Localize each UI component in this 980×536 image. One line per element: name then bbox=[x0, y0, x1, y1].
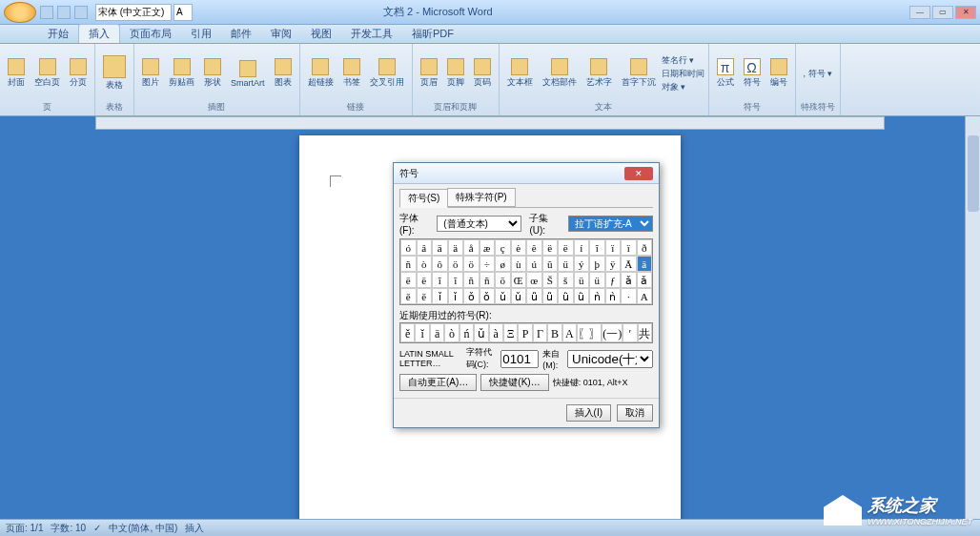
recent-symbol-cell[interactable]: ǔ bbox=[474, 323, 488, 342]
insert-button[interactable]: 插入(I) bbox=[566, 404, 611, 422]
tab-references[interactable]: 引用 bbox=[181, 25, 221, 43]
save-icon[interactable] bbox=[40, 6, 53, 19]
symbol-cell[interactable]: ü bbox=[589, 272, 605, 288]
dialog-tab-special-chars[interactable]: 特殊字符(P) bbox=[447, 188, 515, 207]
footer-button[interactable]: 页脚 bbox=[443, 56, 468, 91]
chart-button[interactable]: 图表 bbox=[271, 56, 296, 91]
symbol-cell[interactable]: ĩ bbox=[432, 272, 448, 288]
symbol-cell[interactable]: ø bbox=[495, 256, 511, 272]
clipart-button[interactable]: 剪贴画 bbox=[165, 56, 198, 91]
symbol-cell[interactable]: ĩ bbox=[448, 272, 464, 288]
symbol-cell[interactable]: ē bbox=[400, 272, 417, 288]
recent-symbol-cell[interactable]: ě bbox=[400, 323, 415, 342]
symbol-cell[interactable]: ñ bbox=[480, 272, 496, 288]
symbol-cell[interactable]: í bbox=[574, 239, 590, 256]
symbol-cell[interactable]: ě bbox=[400, 288, 417, 304]
symbol-cell[interactable]: ǚ bbox=[526, 288, 542, 304]
minimize-button[interactable]: — bbox=[909, 6, 930, 19]
symbol-button[interactable]: Ω符号 bbox=[740, 56, 765, 91]
special-symbol-button[interactable]: , 符号 ▾ bbox=[800, 66, 837, 82]
symbol-cell[interactable]: ù bbox=[511, 256, 527, 272]
symbol-cell[interactable]: ǐ bbox=[448, 288, 464, 304]
symbol-cell[interactable]: ǔ bbox=[495, 288, 511, 304]
symbol-cell[interactable]: Ā bbox=[621, 256, 637, 272]
symbol-cell[interactable]: ǹ bbox=[589, 288, 605, 304]
cancel-button[interactable]: 取消 bbox=[617, 404, 653, 422]
quickparts-button[interactable]: 文档部件 bbox=[539, 56, 581, 91]
equation-button[interactable]: π公式 bbox=[713, 56, 738, 91]
symbol-cell[interactable]: ú bbox=[526, 256, 542, 272]
symbol-cell[interactable]: ô bbox=[432, 256, 448, 272]
symbol-cell[interactable]: œ bbox=[526, 272, 542, 288]
symbol-cell[interactable]: ó bbox=[400, 239, 417, 256]
symbol-cell[interactable]: ï bbox=[605, 239, 622, 256]
symbol-cell[interactable]: ñ bbox=[400, 256, 417, 272]
font-name-select[interactable] bbox=[95, 4, 172, 21]
recent-symbol-cell[interactable]: Ξ bbox=[503, 323, 518, 342]
office-button[interactable] bbox=[4, 2, 36, 23]
redo-icon[interactable] bbox=[74, 6, 88, 19]
blank-page-button[interactable]: 空白页 bbox=[31, 56, 64, 91]
status-page[interactable]: 页面: 1/1 bbox=[6, 522, 43, 535]
tab-home[interactable]: 开始 bbox=[38, 25, 78, 43]
dropcap-button[interactable]: 首字下沉 bbox=[618, 56, 660, 91]
symbol-cell[interactable]: · bbox=[621, 288, 637, 304]
symbol-cell[interactable]: ǎ bbox=[637, 272, 653, 288]
page-number-button[interactable]: 页码 bbox=[470, 56, 495, 91]
symbol-cell[interactable]: ǐ bbox=[432, 288, 448, 304]
symbol-cell[interactable]: æ bbox=[480, 239, 496, 256]
recent-symbol-cell[interactable]: Ρ bbox=[518, 323, 532, 342]
date-time-button[interactable]: 日期和时间 bbox=[662, 68, 704, 80]
symbol-cell[interactable]: ÷ bbox=[480, 256, 496, 272]
bookmark-button[interactable]: 书签 bbox=[339, 56, 364, 91]
symbol-cell[interactable]: š bbox=[558, 272, 574, 288]
symbol-cell[interactable]: Š bbox=[542, 272, 559, 288]
symbol-cell[interactable]: ě bbox=[417, 288, 433, 304]
smartart-button[interactable]: SmartArt bbox=[227, 58, 269, 90]
symbol-cell[interactable]: ý bbox=[574, 256, 590, 272]
symbol-cell[interactable]: î bbox=[589, 239, 605, 256]
textbox-button[interactable]: 文本框 bbox=[503, 56, 537, 91]
recent-symbol-cell[interactable]: ā bbox=[430, 323, 444, 342]
symbol-cell[interactable]: ē bbox=[417, 272, 433, 288]
symbol-cell[interactable]: ÿ bbox=[605, 256, 622, 272]
scrollbar-thumb[interactable] bbox=[968, 135, 979, 212]
tab-mailings[interactable]: 邮件 bbox=[221, 25, 261, 43]
symbol-cell[interactable]: ō bbox=[495, 272, 511, 288]
cross-ref-button[interactable]: 交叉引用 bbox=[366, 56, 408, 91]
symbol-cell[interactable]: þ bbox=[589, 256, 605, 272]
page-break-button[interactable]: 分页 bbox=[66, 56, 91, 91]
shortcut-key-button[interactable]: 快捷键(K)… bbox=[480, 374, 548, 391]
symbol-cell[interactable]: ñ bbox=[463, 272, 480, 288]
symbol-cell[interactable]: ǒ bbox=[463, 288, 480, 304]
symbol-cell[interactable]: û bbox=[542, 256, 559, 272]
tab-foxit-pdf[interactable]: 福昕PDF bbox=[402, 25, 463, 43]
recent-symbol-cell[interactable]: ń bbox=[459, 323, 474, 342]
table-button[interactable]: 表格 bbox=[99, 53, 130, 93]
recent-symbol-cell[interactable]: à bbox=[489, 323, 503, 342]
header-button[interactable]: 页眉 bbox=[417, 56, 441, 91]
horizontal-ruler[interactable] bbox=[95, 116, 885, 130]
symbol-cell[interactable]: ï bbox=[621, 239, 637, 256]
close-button[interactable]: ✕ bbox=[955, 6, 976, 19]
tab-review[interactable]: 审阅 bbox=[261, 25, 301, 43]
recent-symbol-cell[interactable]: Γ bbox=[533, 323, 547, 342]
symbol-cell[interactable]: ä bbox=[432, 239, 448, 256]
symbol-cell[interactable]: ǹ bbox=[605, 288, 622, 304]
symbol-cell[interactable]: ė bbox=[511, 239, 527, 256]
hyperlink-button[interactable]: 超链接 bbox=[304, 56, 337, 91]
tab-developer[interactable]: 开发工具 bbox=[341, 25, 402, 43]
symbol-cell[interactable]: ð bbox=[637, 239, 653, 256]
dialog-tab-symbols[interactable]: 符号(S) bbox=[399, 189, 448, 208]
undo-icon[interactable] bbox=[57, 6, 71, 19]
symbol-cell[interactable]: ü bbox=[558, 256, 574, 272]
number-button[interactable]: 编号 bbox=[766, 56, 791, 91]
symbol-cell[interactable]: ƒ bbox=[605, 272, 622, 288]
cover-page-button[interactable]: 封面 bbox=[4, 56, 29, 91]
recent-symbol-cell[interactable]: ′ bbox=[623, 323, 637, 342]
symbol-cell[interactable]: â bbox=[417, 239, 433, 256]
symbol-cell[interactable]: ö bbox=[448, 256, 464, 272]
symbol-cell[interactable]: ǜ bbox=[574, 288, 590, 304]
symbol-cell[interactable]: ǔ bbox=[511, 288, 527, 304]
dialog-titlebar[interactable]: 符号 ✕ bbox=[394, 163, 659, 184]
